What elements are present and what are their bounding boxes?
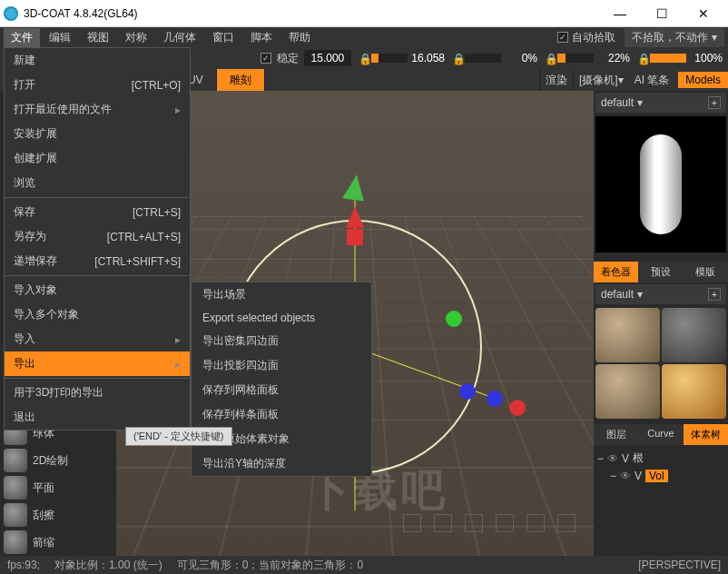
- opacity-value: 100%: [690, 52, 723, 64]
- models-tab[interactable]: Models: [678, 72, 728, 88]
- minimize-button[interactable]: —: [599, 0, 641, 27]
- slider-track[interactable]: [557, 54, 594, 63]
- tree-row-volume[interactable]: − 👁 V Vol: [597, 468, 724, 484]
- material-swatch[interactable]: [595, 308, 660, 362]
- tree-row-root[interactable]: − 👁 V 根: [597, 449, 724, 468]
- menu-import[interactable]: 导入▸: [5, 327, 190, 351]
- submenu-export-y[interactable]: 导出沿Y轴的深度: [192, 451, 371, 476]
- depth-value: 0%: [505, 52, 537, 64]
- menu-browse[interactable]: 浏览: [5, 171, 190, 195]
- collapse-icon[interactable]: −: [597, 452, 604, 465]
- slider-track[interactable]: [371, 54, 408, 63]
- export-submenu: 导出场景 Export selected objects 导出密集四边面 导出投…: [191, 282, 372, 477]
- vox-tree: − 👁 V 根 − 👁 V Vol: [594, 445, 728, 488]
- tool-pinch[interactable]: 箭缩: [0, 529, 116, 556]
- tab-voxtree[interactable]: 体素树: [684, 424, 728, 445]
- status-fps: fps:93;: [7, 559, 40, 571]
- menu-open[interactable]: 打开[CTRL+O]: [5, 73, 190, 97]
- menu-geometry[interactable]: 几何体: [156, 28, 203, 47]
- shader-preset-dropdown[interactable]: default ▾ +: [595, 284, 726, 304]
- menu-window[interactable]: 窗口: [205, 28, 241, 47]
- gizmo-y-arrow-icon[interactable]: [346, 206, 364, 228]
- visibility-icon[interactable]: 👁: [607, 452, 618, 465]
- menu-saveas[interactable]: 另存为[CTRL+ALT+S]: [5, 224, 190, 249]
- gizmo-z-arrow-icon[interactable]: [342, 173, 368, 201]
- tab-stencil[interactable]: 模版: [684, 262, 728, 282]
- viewport-icon[interactable]: [434, 514, 452, 532]
- camera-dropdown[interactable]: [摄像机]▾: [573, 69, 629, 91]
- menu-view[interactable]: 视图: [80, 28, 116, 47]
- submenu-export-proj[interactable]: 导出投影四边面: [192, 353, 371, 378]
- material-swatch[interactable]: [662, 308, 726, 362]
- material-swatch[interactable]: [595, 364, 660, 419]
- menu-new[interactable]: 新建: [5, 48, 190, 73]
- viewport-icon[interactable]: [403, 514, 421, 532]
- submenu-export-scene[interactable]: 导出场景: [192, 282, 371, 307]
- menu-create-ext[interactable]: 创建扩展: [5, 146, 190, 171]
- tab-shader[interactable]: 着色器: [594, 262, 638, 282]
- tool-plane[interactable]: 平面: [0, 474, 116, 501]
- slider-track[interactable]: [650, 54, 686, 63]
- gizmo-handle-icon[interactable]: [487, 391, 503, 407]
- layers-tabs: 图层 Curve 体素树: [594, 424, 728, 445]
- visibility-icon[interactable]: 👁: [620, 470, 631, 482]
- depth-slider[interactable]: 🔒 0%: [452, 52, 537, 64]
- slider-track[interactable]: [465, 54, 501, 63]
- tab-preset[interactable]: 预设: [638, 262, 683, 282]
- material-swatch[interactable]: [662, 364, 726, 419]
- menu-symmetry[interactable]: 对称: [118, 28, 154, 47]
- tool-2dpaint[interactable]: 2D绘制: [0, 447, 116, 474]
- menu-exit[interactable]: 退出: [5, 405, 190, 430]
- pick-mode-dropdown[interactable]: 不拾取，不动作 ▾: [625, 28, 724, 47]
- menu-import-obj[interactable]: 导入对象: [5, 278, 190, 302]
- menu-file[interactable]: 文件: [4, 28, 40, 47]
- material-grid: [594, 306, 728, 421]
- stable-value[interactable]: 15.000: [304, 50, 352, 66]
- menu-export-3dprint[interactable]: 用于3D打印的导出: [5, 381, 190, 405]
- gizmo-y-scale-icon[interactable]: [347, 229, 363, 245]
- close-button[interactable]: ✕: [683, 0, 724, 27]
- status-scale: 对象比例：1.00 (统一): [54, 558, 162, 573]
- file-menu-dropdown: 新建 打开[CTRL+O] 打开最近使用的文件▸ 安装扩展 创建扩展 浏览 保存…: [4, 47, 191, 430]
- submenu-save-spline[interactable]: 保存到样条面板: [192, 402, 371, 427]
- menu-open-recent[interactable]: 打开最近使用的文件▸: [5, 97, 190, 122]
- submenu-export-dense[interactable]: 导出密集四边面: [192, 329, 371, 353]
- submenu-export-selected[interactable]: Export selected objects: [192, 307, 371, 329]
- menu-script[interactable]: 脚本: [243, 28, 280, 47]
- auto-pick-checkbox[interactable]: ✓ 自动拾取: [557, 30, 615, 45]
- ai-brush-label[interactable]: AI 笔条: [629, 73, 675, 88]
- tab-curve[interactable]: Curve: [638, 424, 683, 445]
- shader-tabs: 着色器 预设 模版: [594, 262, 728, 282]
- submenu-save-mesh[interactable]: 保存到网格面板: [192, 378, 371, 402]
- status-tris: 可见三角形：0；当前对象的三角形：0: [177, 558, 363, 573]
- preset-dropdown[interactable]: default ▾ +: [595, 93, 726, 113]
- menu-import-multi[interactable]: 导入多个对象: [5, 302, 190, 327]
- menu-install-ext[interactable]: 安装扩展: [5, 122, 190, 146]
- capsule-preview-icon: [640, 134, 682, 234]
- maximize-button[interactable]: ☐: [641, 0, 683, 27]
- room-render[interactable]: 渲染: [539, 69, 573, 91]
- tab-sculpt[interactable]: 雕刻: [217, 69, 265, 92]
- steady-stroke[interactable]: ✓ 稳定 15.000: [261, 50, 352, 66]
- radius-slider[interactable]: 🔒 16.058: [359, 52, 445, 64]
- viewport-icon[interactable]: [465, 514, 483, 532]
- collapse-icon[interactable]: −: [610, 470, 616, 482]
- shortcut-tooltip: ('END' - 定义快捷键): [125, 427, 232, 446]
- menu-save-inc[interactable]: 递增保存[CTRL+SHIFT+S]: [5, 249, 190, 273]
- add-shader-icon[interactable]: +: [708, 288, 721, 301]
- gizmo-handle-icon[interactable]: [446, 311, 462, 327]
- menu-edit[interactable]: 编辑: [42, 28, 78, 47]
- tool-scrape[interactable]: 刮擦: [0, 501, 116, 529]
- add-preset-icon[interactable]: +: [708, 96, 721, 109]
- menu-help[interactable]: 帮助: [281, 28, 318, 47]
- viewport-icon[interactable]: [526, 514, 545, 532]
- gizmo-handle-icon[interactable]: [509, 400, 526, 416]
- gizmo-handle-icon[interactable]: [459, 383, 476, 400]
- smooth-slider[interactable]: 🔒 22%: [545, 52, 630, 64]
- viewport-icon[interactable]: [496, 514, 514, 532]
- opacity-slider[interactable]: 🔒 100%: [637, 52, 723, 64]
- viewport-icon[interactable]: [557, 514, 576, 532]
- tab-layers[interactable]: 图层: [594, 424, 638, 445]
- menu-save[interactable]: 保存[CTRL+S]: [5, 200, 190, 224]
- menu-export[interactable]: 导出▸: [5, 351, 190, 376]
